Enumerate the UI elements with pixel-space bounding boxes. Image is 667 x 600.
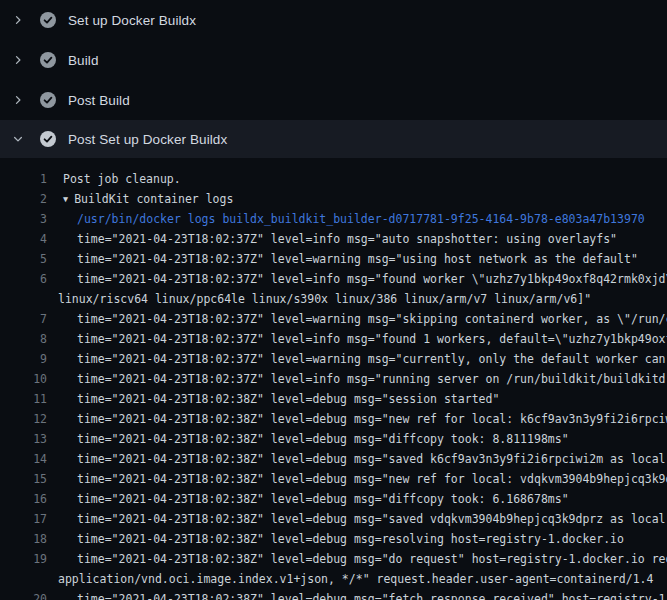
log-line: 16 time="2021-04-23T18:02:38Z" level=deb…	[0, 489, 667, 509]
line-number[interactable]: 1	[0, 169, 47, 189]
log-line-text: time="2021-04-23T18:02:38Z" level=debug …	[58, 549, 667, 569]
check-circle-icon	[40, 131, 56, 147]
log-line: 5 time="2021-04-23T18:02:37Z" level=warn…	[0, 249, 667, 269]
line-number[interactable]: 19	[0, 549, 47, 569]
step-row-post-build[interactable]: Post Build	[0, 80, 667, 120]
chevron-right-icon	[10, 92, 26, 108]
triangle-down-icon[interactable]: ▼	[63, 189, 68, 209]
line-number[interactable]	[0, 569, 47, 589]
line-number[interactable]: 7	[0, 309, 47, 329]
line-number[interactable]: 3	[0, 209, 47, 229]
log-line-text: time="2021-04-23T18:02:38Z" level=debug …	[58, 429, 569, 449]
log-line: 8 time="2021-04-23T18:02:37Z" level=info…	[0, 329, 667, 349]
line-number[interactable]: 11	[0, 389, 47, 409]
log-line: 19 time="2021-04-23T18:02:38Z" level=deb…	[0, 549, 667, 569]
log-line: 15 time="2021-04-23T18:02:38Z" level=deb…	[0, 469, 667, 489]
step-label: Post Build	[68, 93, 130, 108]
log-line-text: linux/riscv64 linux/ppc64le linux/s390x …	[58, 289, 591, 309]
log-line: 14 time="2021-04-23T18:02:38Z" level=deb…	[0, 449, 667, 469]
log-line: 20 time="2021-04-23T18:02:38Z" level=deb…	[0, 589, 667, 600]
line-number[interactable]: 14	[0, 449, 47, 469]
log-line: application/vnd.oci.image.index.v1+json,…	[0, 569, 667, 589]
log-output: 1 Post job cleanup. 2 ▼BuildKit containe…	[0, 158, 667, 600]
step-row-set-up-docker-buildx[interactable]: Set up Docker Buildx	[0, 0, 667, 40]
line-number[interactable]	[0, 289, 47, 309]
log-line-text: time="2021-04-23T18:02:37Z" level=warnin…	[58, 349, 667, 369]
step-label: Post Set up Docker Buildx	[68, 132, 227, 147]
log-line-text: Post job cleanup.	[58, 169, 181, 189]
line-number[interactable]: 20	[0, 589, 47, 600]
log-line: 2 ▼BuildKit container logs	[0, 189, 667, 209]
log-line-text: time="2021-04-23T18:02:37Z" level=warnin…	[58, 309, 667, 329]
log-line: 12 time="2021-04-23T18:02:38Z" level=deb…	[0, 409, 667, 429]
check-circle-icon	[40, 52, 56, 68]
log-line: 7 time="2021-04-23T18:02:37Z" level=warn…	[0, 309, 667, 329]
chevron-right-icon	[10, 12, 26, 28]
log-line-text: time="2021-04-23T18:02:38Z" level=debug …	[58, 529, 624, 549]
log-line: 10 time="2021-04-23T18:02:37Z" level=inf…	[0, 369, 667, 389]
log-line: 17 time="2021-04-23T18:02:38Z" level=deb…	[0, 509, 667, 529]
actions-log-viewer: Set up Docker Buildx Build	[0, 0, 667, 600]
line-number[interactable]: 17	[0, 509, 47, 529]
line-number[interactable]: 18	[0, 529, 47, 549]
log-line-text: time="2021-04-23T18:02:37Z" level=warnin…	[58, 249, 638, 269]
log-line-text: time="2021-04-23T18:02:38Z" level=debug …	[58, 509, 667, 529]
line-number[interactable]: 13	[0, 429, 47, 449]
log-line: 4 time="2021-04-23T18:02:37Z" level=info…	[0, 229, 667, 249]
line-number[interactable]: 4	[0, 229, 47, 249]
log-line-text: time="2021-04-23T18:02:37Z" level=info m…	[58, 229, 617, 249]
log-line-text: ▼BuildKit container logs	[58, 189, 233, 209]
check-circle-icon	[40, 92, 56, 108]
log-line-text: time="2021-04-23T18:02:38Z" level=debug …	[58, 449, 667, 469]
log-line-text: time="2021-04-23T18:02:38Z" level=debug …	[58, 469, 667, 489]
line-number[interactable]: 5	[0, 249, 47, 269]
log-line-text: time="2021-04-23T18:02:37Z" level=info m…	[58, 369, 667, 389]
step-row-post-set-up-docker-buildx[interactable]: Post Set up Docker Buildx	[0, 120, 667, 158]
log-line-text: application/vnd.oci.image.index.v1+json,…	[58, 569, 653, 589]
line-number[interactable]: 12	[0, 409, 47, 429]
log-line: 1 Post job cleanup.	[0, 169, 667, 189]
log-line-text: time="2021-04-23T18:02:38Z" level=debug …	[58, 489, 569, 509]
line-number[interactable]: 9	[0, 349, 47, 369]
log-line: 18 time="2021-04-23T18:02:38Z" level=deb…	[0, 529, 667, 549]
steps-list: Set up Docker Buildx Build	[0, 0, 667, 158]
step-row-build[interactable]: Build	[0, 40, 667, 80]
log-line-text: time="2021-04-23T18:02:38Z" level=debug …	[58, 409, 667, 429]
step-label: Set up Docker Buildx	[68, 13, 196, 28]
log-line-text: time="2021-04-23T18:02:38Z" level=debug …	[58, 389, 499, 409]
chevron-right-icon	[10, 52, 26, 68]
line-number[interactable]: 2	[0, 189, 47, 209]
log-line: 6 time="2021-04-23T18:02:37Z" level=info…	[0, 269, 667, 289]
log-line-text: time="2021-04-23T18:02:37Z" level=info m…	[58, 329, 667, 349]
log-line-text: time="2021-04-23T18:02:38Z" level=debug …	[58, 589, 667, 600]
log-line: linux/riscv64 linux/ppc64le linux/s390x …	[0, 289, 667, 309]
chevron-down-icon	[10, 131, 26, 147]
log-line: 11 time="2021-04-23T18:02:38Z" level=deb…	[0, 389, 667, 409]
line-number[interactable]: 15	[0, 469, 47, 489]
log-line: 9 time="2021-04-23T18:02:37Z" level=warn…	[0, 349, 667, 369]
step-label: Build	[68, 53, 99, 68]
line-number[interactable]: 6	[0, 269, 47, 289]
log-line-text: time="2021-04-23T18:02:37Z" level=info m…	[58, 269, 667, 289]
check-circle-icon	[40, 12, 56, 28]
log-line: 3 /usr/bin/docker logs buildx_buildkit_b…	[0, 209, 667, 229]
line-number[interactable]: 10	[0, 369, 47, 389]
line-number[interactable]: 16	[0, 489, 47, 509]
log-line: 13 time="2021-04-23T18:02:38Z" level=deb…	[0, 429, 667, 449]
line-number[interactable]: 8	[0, 329, 47, 349]
log-line-text: /usr/bin/docker logs buildx_buildkit_bui…	[58, 209, 645, 229]
